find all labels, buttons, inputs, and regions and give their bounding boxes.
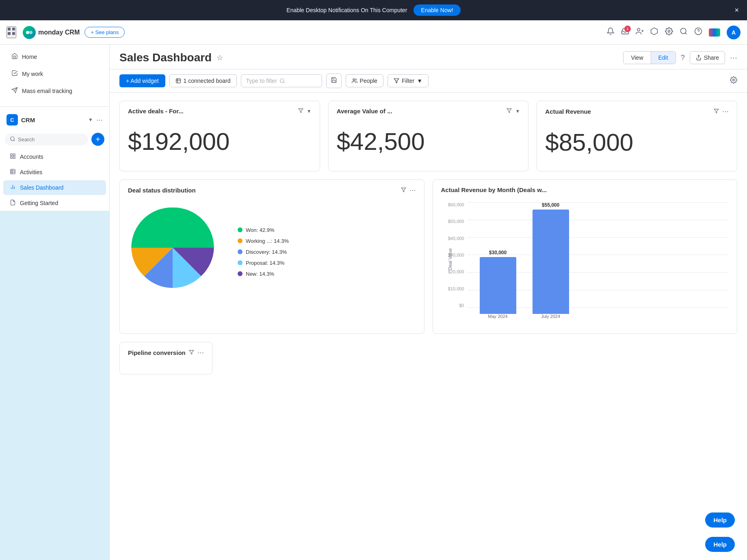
star-icon[interactable]: ☆ [217,53,223,62]
edit-button[interactable]: Edit [651,52,676,64]
legend-dot-discovery [238,249,243,254]
more-options-icon[interactable]: ⋯ [730,53,737,62]
actual-revenue-widget: Actual Revenue ⋯ $85,000 [537,101,737,171]
pipeline-filter-icon[interactable] [189,350,194,356]
main-layout: Home My work Mass email tracking C CRM ▼… [0,45,747,560]
actual-revenue-dots-icon[interactable]: ⋯ [722,108,729,115]
filter-icon [394,78,399,84]
logo-area: monday CRM [23,26,80,39]
save-button[interactable] [326,74,342,88]
average-value-chevron-icon[interactable]: ▼ [515,108,520,114]
type-to-filter-text: Type to filter [246,78,277,84]
search-icon[interactable] [680,27,688,37]
workspace-header[interactable]: C CRM ▼ ⋯ [0,110,109,130]
dashboard-toolbar: + Add widget 1 connected board Type to f… [110,69,747,93]
enable-now-button[interactable]: Enable Now! [414,4,460,16]
add-widget-button[interactable]: + Add widget [119,74,165,87]
svg-marker-36 [299,108,303,112]
svg-point-31 [280,79,284,82]
pie-legend: Won: 42.9% Working ...: 14.3% Discovery:… [238,227,289,277]
dashboard-grid: Active deals - For... ▼ $192,000 Average… [110,93,747,560]
svg-rect-2 [8,32,11,35]
svg-point-33 [353,79,355,81]
sidebar-item-accounts[interactable]: Accounts [3,149,106,164]
invite-icon[interactable] [636,27,644,37]
legend-dot-working [238,238,243,243]
legend-discovery: Discovery: 14.3% [238,249,289,255]
sidebar-nav: Home My work Mass email tracking [0,45,109,103]
legend-dot-new [238,271,243,276]
sidebar-item-home[interactable]: Home [3,49,106,65]
bar-may-value: $30,000 [489,250,507,255]
help-button-2[interactable]: Help [705,537,735,552]
help-button-1[interactable]: Help [705,512,735,528]
avatar[interactable]: A [727,26,741,39]
notification-bar: Enable Desktop Notifications On This Com… [0,0,747,20]
sidebar-item-activities[interactable]: Activities [3,165,106,179]
settings-icon[interactable] [665,27,673,37]
actual-revenue-value: $85,000 [545,120,729,164]
mywork-icon [11,70,18,78]
dashboard-header: Sales Dashboard ☆ View Edit ? Share ⋯ [110,45,747,69]
bell-icon[interactable] [606,27,615,37]
view-button[interactable]: View [624,52,650,64]
svg-marker-39 [401,188,406,192]
search-input-wrap[interactable] [5,134,88,145]
active-deals-filter-icon[interactable] [298,108,303,115]
people-label: People [360,78,378,84]
sidebar-item-mywork-label: My work [22,71,43,77]
y-label-20k: $20,000 [448,269,464,274]
workspace-more-icon[interactable]: ⋯ [96,116,103,124]
add-item-button[interactable]: + [91,133,104,146]
toolbar-settings-icon[interactable] [730,76,737,86]
y-label-0: $0 [459,303,464,308]
average-value-header: Average Value of ... ▼ [337,108,520,115]
inbox-icon[interactable]: 1 [621,27,629,37]
see-plans-button[interactable]: + See plans [84,27,125,38]
active-deals-chevron-icon[interactable]: ▼ [307,108,312,114]
actual-revenue-filter-icon[interactable] [714,108,719,115]
filter-button[interactable]: Filter ▼ [388,74,429,87]
deal-status-dots-icon[interactable]: ⋯ [409,186,416,194]
notif-close-button[interactable]: × [734,6,739,15]
home-icon [11,53,18,61]
legend-proposal: Proposal: 14.3% [238,260,289,266]
sidebar-item-mywork[interactable]: My work [3,66,106,82]
share-button[interactable]: Share [690,51,725,64]
dashboard-help-icon[interactable]: ? [681,54,685,62]
type-to-filter-input[interactable]: Type to filter [241,74,322,87]
brand-name: monday CRM [38,29,80,36]
sidebar-item-sales-dashboard[interactable]: Sales Dashboard [3,180,106,195]
bar-july-bar [533,210,569,314]
search-input[interactable] [18,136,83,143]
sidebar-item-mass-email[interactable]: Mass email tracking [3,83,106,99]
inbox-badge: 1 [624,26,631,32]
svg-line-11 [685,33,687,35]
svg-point-9 [668,30,670,32]
revenue-by-month-header: Actual Revenue by Month (Deals w... [441,186,729,193]
actual-revenue-title: Actual Revenue [545,108,710,115]
board-icon [175,78,181,84]
deal-status-header: Deal status distribution ⋯ [128,186,416,194]
svg-rect-28 [176,79,180,83]
help-icon[interactable] [694,27,702,37]
people-icon [352,78,357,84]
svg-point-5 [29,31,32,34]
svg-point-35 [733,79,735,81]
legend-label-proposal: Proposal: 14.3% [246,260,284,266]
pie-segment-won2 [131,208,173,248]
deal-status-filter-icon[interactable] [401,187,406,194]
people-button[interactable]: People [346,74,384,87]
pipeline-dots-icon[interactable]: ⋯ [197,349,204,357]
legend-new: New: 14.3% [238,271,289,277]
legend-working: Working ...: 14.3% [238,238,289,244]
sidebar: Home My work Mass email tracking C CRM ▼… [0,45,110,560]
apps-icon[interactable] [650,27,658,37]
average-value-filter-icon[interactable] [507,108,512,115]
filter-search-icon [279,78,285,84]
workspace-chevron-icon: ▼ [88,117,93,123]
svg-rect-0 [8,28,11,30]
connected-board-button[interactable]: 1 connected board [169,74,237,87]
apps-grid-icon[interactable] [6,26,16,38]
sidebar-item-getting-started[interactable]: Getting Started [3,196,106,210]
